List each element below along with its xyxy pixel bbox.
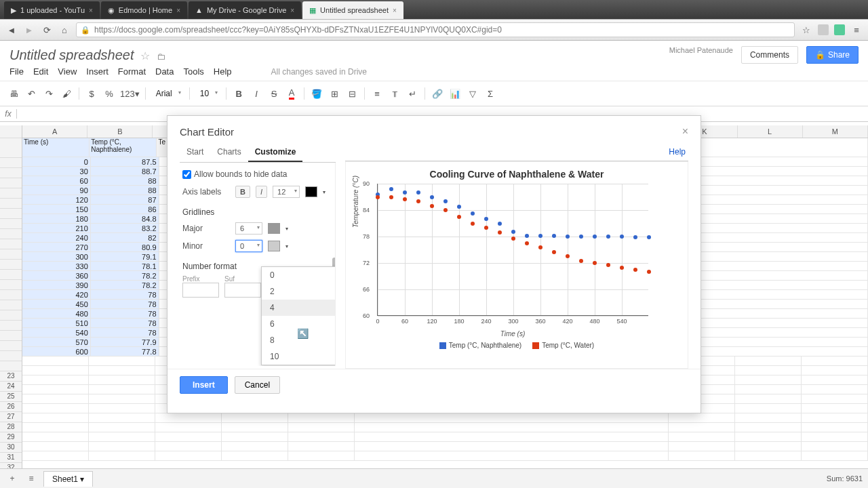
lock-icon: 🔒 bbox=[81, 26, 90, 35]
minor-color[interactable] bbox=[268, 241, 280, 251]
tab-charts[interactable]: Charts bbox=[210, 143, 248, 162]
halign-icon[interactable]: ≡ bbox=[370, 87, 384, 100]
extension-icon[interactable] bbox=[834, 24, 845, 35]
browser-tab[interactable]: ◉Edmodo | Home× bbox=[101, 1, 187, 19]
share-button[interactable]: 🔒Share bbox=[806, 46, 859, 64]
menu-insert[interactable]: Insert bbox=[86, 66, 108, 77]
strike-icon[interactable]: S bbox=[267, 87, 281, 100]
star-icon[interactable]: ☆ bbox=[800, 24, 812, 36]
add-sheet-icon[interactable]: + bbox=[5, 472, 19, 485]
sheet-tab[interactable]: Sheet1 ▾ bbox=[43, 471, 93, 487]
back-icon[interactable]: ◄ bbox=[5, 24, 18, 36]
major-color[interactable] bbox=[268, 223, 280, 234]
menu-data[interactable]: Data bbox=[155, 66, 174, 77]
chart-editor-dialog: Chart Editor × Start Charts Customize Al… bbox=[167, 115, 701, 413]
menu-file[interactable]: File bbox=[9, 66, 24, 77]
sum-display[interactable]: Sum: 9631 bbox=[827, 474, 863, 483]
paint-format-icon[interactable]: 🖌 bbox=[60, 87, 73, 100]
browser-tab-active[interactable]: ▦Untitled spreadsheet× bbox=[302, 1, 403, 19]
undo-icon[interactable]: ↶ bbox=[24, 87, 38, 100]
forward-icon[interactable]: ► bbox=[23, 24, 35, 36]
col-header[interactable]: A bbox=[22, 125, 87, 138]
x-axis-label: Time (s) bbox=[500, 330, 526, 338]
menu-view[interactable]: View bbox=[58, 66, 77, 77]
dropdown-item[interactable]: 2 bbox=[262, 283, 336, 300]
menu-tools[interactable]: Tools bbox=[183, 66, 203, 77]
dropdown-item[interactable]: 4 bbox=[262, 300, 336, 316]
filter-icon[interactable]: ▽ bbox=[466, 87, 479, 100]
bold-icon[interactable]: B bbox=[232, 87, 245, 100]
link-icon[interactable]: 🔗 bbox=[431, 87, 444, 100]
currency-icon[interactable]: $ bbox=[85, 87, 98, 100]
chart-legend: Temp (°C, Naphthalene) Temp (°C, Water) bbox=[353, 342, 681, 349]
more-formats-icon[interactable]: 123▾ bbox=[120, 87, 140, 100]
sheet-tabs-bar: + ≡ Sheet1 ▾ Sum: 9631 bbox=[0, 468, 868, 488]
dropdown-item[interactable]: 10 bbox=[262, 348, 336, 365]
allow-bounds-checkbox[interactable]: Allow bounds to hide data bbox=[182, 169, 332, 179]
print-icon[interactable]: 🖶 bbox=[7, 87, 20, 100]
comments-button[interactable]: Comments bbox=[741, 46, 798, 64]
editor-tabs: Start Charts Customize bbox=[180, 143, 336, 163]
doc-title[interactable]: Untitled spreadsheet bbox=[9, 47, 134, 63]
browser-tab[interactable]: ▶1 uploaded - YouTu× bbox=[4, 1, 100, 19]
minor-label: Minor bbox=[182, 241, 230, 251]
major-select[interactable]: 6 bbox=[235, 222, 262, 235]
cancel-button[interactable]: Cancel bbox=[235, 376, 280, 394]
font-size-select[interactable]: 10 bbox=[195, 87, 220, 100]
prefix-label: Prefix bbox=[182, 275, 219, 283]
dropdown-item[interactable]: 6 bbox=[262, 316, 336, 332]
chart-plot: Temperature (°C) Time (s) 60667278849006… bbox=[377, 184, 648, 316]
col-header[interactable]: L bbox=[738, 125, 803, 138]
col-header[interactable]: B bbox=[87, 125, 153, 138]
redo-icon[interactable]: ↷ bbox=[42, 87, 56, 100]
extension-icon[interactable] bbox=[818, 24, 829, 35]
browser-tab[interactable]: ▲My Drive - Google Drive× bbox=[189, 1, 301, 19]
menu-edit[interactable]: Edit bbox=[33, 66, 48, 77]
borders-icon[interactable]: ⊞ bbox=[328, 87, 341, 100]
text-color-icon[interactable]: A bbox=[285, 87, 298, 100]
prefix-input[interactable] bbox=[182, 283, 219, 298]
tab-start[interactable]: Start bbox=[180, 143, 210, 162]
font-select[interactable]: Arial bbox=[151, 87, 184, 100]
valign-icon[interactable]: ⫪ bbox=[388, 87, 401, 100]
dropdown-item[interactable]: 0 bbox=[262, 267, 336, 283]
wrap-icon[interactable]: ↵ bbox=[406, 87, 419, 100]
lock-icon: 🔒 bbox=[815, 50, 825, 60]
dropdown-item[interactable]: 8 bbox=[262, 332, 336, 348]
col-header[interactable]: M bbox=[803, 125, 868, 138]
insert-button[interactable]: Insert bbox=[180, 376, 228, 394]
row-headers: 2324252627282930313233 bbox=[0, 125, 22, 469]
legend-swatch bbox=[532, 342, 539, 349]
star-doc-icon[interactable]: ☆ bbox=[140, 50, 150, 62]
functions-icon[interactable]: Σ bbox=[484, 87, 497, 100]
minor-select[interactable]: 0 bbox=[235, 240, 262, 252]
reload-icon[interactable]: ⟳ bbox=[41, 24, 53, 36]
url-input[interactable]: 🔒https://docs.google.com/spreadsheet/ccc… bbox=[76, 22, 795, 37]
percent-icon[interactable]: % bbox=[102, 87, 116, 100]
italic-button[interactable]: I bbox=[256, 186, 267, 198]
all-sheets-icon[interactable]: ≡ bbox=[24, 472, 38, 485]
chart-preview: Cooling Curve of Naphthalene & Water Tem… bbox=[345, 161, 688, 369]
menu-format[interactable]: Format bbox=[118, 66, 146, 77]
axis-labels-label: Axis labels bbox=[182, 187, 230, 197]
home-icon[interactable]: ⌂ bbox=[58, 24, 71, 36]
color-swatch[interactable] bbox=[305, 186, 317, 197]
tab-customize[interactable]: Customize bbox=[248, 143, 303, 162]
chart-icon[interactable]: 📊 bbox=[448, 87, 462, 100]
fill-color-icon[interactable]: 🪣 bbox=[310, 87, 323, 100]
suffix-input[interactable] bbox=[224, 283, 261, 298]
close-icon[interactable]: × bbox=[682, 125, 688, 138]
merge-icon[interactable]: ⊟ bbox=[345, 87, 359, 100]
legend-label: Temp (°C, Naphthalene) bbox=[449, 342, 521, 349]
font-size-select[interactable]: 12 bbox=[273, 186, 300, 198]
menu-help[interactable]: Help bbox=[214, 66, 232, 77]
help-link[interactable]: Help bbox=[666, 143, 688, 161]
bold-button[interactable]: B bbox=[235, 186, 250, 198]
save-status: All changes saved in Drive bbox=[271, 67, 367, 77]
menu-icon[interactable]: ≡ bbox=[850, 24, 863, 36]
menu-bar: File Edit View Insert Format Data Tools … bbox=[0, 65, 868, 81]
user-name: Michael Patenaude bbox=[669, 46, 733, 54]
folder-icon[interactable]: 🗀 bbox=[157, 52, 165, 62]
address-bar: ◄ ► ⟳ ⌂ 🔒https://docs.google.com/spreads… bbox=[0, 19, 868, 41]
italic-icon[interactable]: I bbox=[250, 87, 263, 100]
